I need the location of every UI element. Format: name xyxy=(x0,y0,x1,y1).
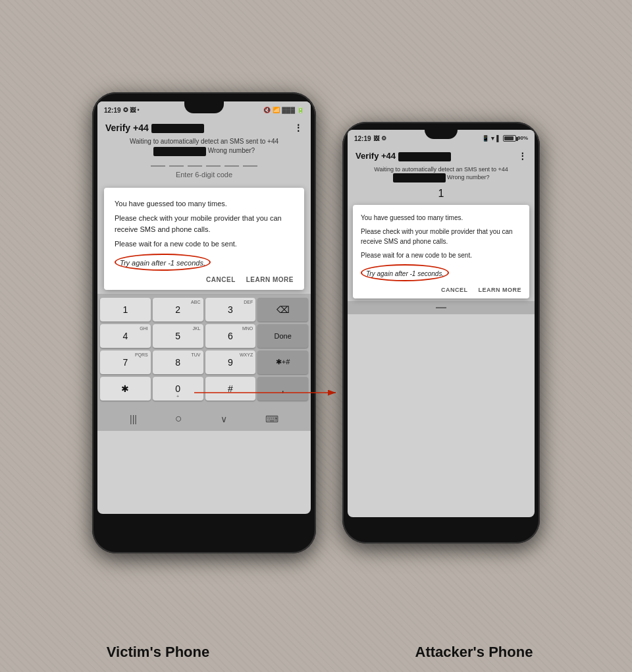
victim-dialog-line2: Please check with your mobile provider t… xyxy=(115,213,294,235)
victim-status-icons: ✪ 🖼 • xyxy=(123,107,140,113)
attacker-time: 12:19 xyxy=(354,135,371,142)
attacker-app-subtitle: Waiting to automatically detect an SMS s… xyxy=(348,165,535,187)
victim-key-5[interactable]: JKL5 xyxy=(153,324,203,348)
attacker-try-again-container: Try again after -1 seconds. xyxy=(361,264,449,281)
attacker-menu-icon[interactable]: ⋮ xyxy=(518,151,527,161)
victim-key-done[interactable]: Done xyxy=(257,324,308,348)
victim-app-title: Verify +44 xyxy=(105,123,204,133)
victim-code-dashes xyxy=(151,165,257,167)
victim-code-input-area: Enter 6-digit code xyxy=(97,160,311,184)
attacker-screen: 12:19 🖼 ⚙ 📳 ▾ ▌ 90% xyxy=(348,130,535,517)
attacker-try-again: Try again after -1 seconds. xyxy=(366,270,444,277)
attacker-vibrate-icon: 📳 xyxy=(482,135,489,142)
victim-key-9[interactable]: WXYZ9 xyxy=(205,350,256,374)
attacker-cancel-button[interactable]: CANCEL xyxy=(441,287,468,293)
victim-dialog-buttons: CANCEL LEARN MORE xyxy=(115,271,294,283)
attacker-digit-shown: 1 xyxy=(348,186,535,202)
victim-status-right: 🔇 📶 ▓▓▓ 🔋 xyxy=(263,107,304,113)
victim-menu-icon[interactable]: ⋮ xyxy=(294,123,303,133)
attacker-status-left: 12:19 🖼 ⚙ xyxy=(354,135,386,142)
attacker-status-right: 📳 ▾ ▌ 90% xyxy=(482,135,528,142)
victim-dialog-line3: Please wait for a new code to be sent. xyxy=(115,238,294,250)
victim-key-2[interactable]: ABC2 xyxy=(153,298,203,322)
victim-kb-row-2: GHI4 JKL5 MNO6 Done xyxy=(100,324,308,348)
victim-number-redacted-2 xyxy=(153,147,206,156)
victim-key-6[interactable]: MNO6 xyxy=(205,324,256,348)
captions: Victim's Phone Attacker's Phone xyxy=(0,632,632,672)
attacker-app-header: Verify +44 ⋮ xyxy=(348,146,535,165)
victim-learn-more-button[interactable]: LEARN MORE xyxy=(246,276,294,283)
victim-key-hash[interactable]: # xyxy=(205,377,256,401)
victim-key-8[interactable]: TUV8 xyxy=(153,350,203,374)
victim-key-star[interactable]: ✱ xyxy=(100,377,151,401)
victim-phone: 12:19 ✪ 🖼 • 🔇 📶 ▓▓▓ 🔋 Verify +44 xyxy=(92,92,316,553)
victim-app-content: Verify +44 ⋮ Waiting to automatically de… xyxy=(97,117,311,407)
attacker-notch xyxy=(425,130,458,139)
victim-try-again: Try again after -1 seconds. xyxy=(120,259,205,267)
victim-home-button[interactable]: ○ xyxy=(175,412,182,426)
victim-battery-icon: 🔋 xyxy=(297,107,304,113)
attacker-dialog-buttons: CANCEL LEARN MORE xyxy=(361,281,521,293)
victim-keyboard: 1 ABC2 DEF3 ⌫ GHI4 JKL5 MNO6 Done PQRS7 … xyxy=(97,294,311,407)
victim-dialog-line1: You have guessed too many times. xyxy=(115,198,294,210)
victim-time: 12:19 xyxy=(104,107,121,114)
attacker-app-content: Verify +44 ⋮ Waiting to automatically de… xyxy=(348,146,535,314)
victim-app-header: Verify +44 ⋮ xyxy=(97,117,311,137)
attacker-number-redacted-2 xyxy=(393,173,446,182)
victim-key-7[interactable]: PQRS7 xyxy=(100,350,151,374)
victim-screen: 12:19 ✪ 🖼 • 🔇 📶 ▓▓▓ 🔋 Verify +44 xyxy=(97,101,311,514)
victim-try-again-container: Try again after -1 seconds. xyxy=(115,254,211,271)
attacker-number-redacted xyxy=(398,152,451,161)
victim-key-comma[interactable]: , xyxy=(257,377,308,401)
attacker-phone: 12:19 🖼 ⚙ 📳 ▾ ▌ 90% xyxy=(342,122,540,544)
victim-key-3[interactable]: DEF3 xyxy=(205,298,256,322)
attacker-dialog-line3: Please wait for a new code to be sent. xyxy=(361,250,521,260)
scene: 12:19 ✪ 🖼 • 🔇 📶 ▓▓▓ 🔋 Verify +44 xyxy=(0,0,632,632)
victim-key-4[interactable]: GHI4 xyxy=(100,324,151,348)
victim-number-redacted xyxy=(151,124,204,133)
victim-key-special1[interactable]: ✱+# xyxy=(257,350,308,374)
victim-kb-row-4: ✱ +0 # , xyxy=(100,377,308,401)
victim-app-subtitle: Waiting to automatically detect an SMS s… xyxy=(97,137,311,159)
victim-back-button[interactable]: ||| xyxy=(130,414,137,424)
attacker-app-title: Verify +44 xyxy=(356,151,451,161)
victim-cancel-button[interactable]: CANCEL xyxy=(206,276,236,283)
victim-wifi-icon: 📶 xyxy=(273,107,280,113)
attacker-dialog-line2: Please check with your mobile provider t… xyxy=(361,227,521,246)
attacker-caption: Attacker's Phone xyxy=(316,644,632,661)
victim-kb-row-1: 1 ABC2 DEF3 ⌫ xyxy=(100,298,308,322)
attacker-battery-indicator: 90% xyxy=(503,135,528,142)
victim-key-backspace[interactable]: ⌫ xyxy=(257,298,308,322)
victim-signal-icon: ▓▓▓ xyxy=(282,107,295,113)
attacker-dialog: You have guessed too many times. Please … xyxy=(353,205,529,298)
victim-key-1[interactable]: 1 xyxy=(100,298,151,322)
attacker-signal-icon: ▌ xyxy=(496,135,500,142)
attacker-gallery-icon: 🖼 xyxy=(373,135,379,142)
victim-kb-row-3: PQRS7 TUV8 WXYZ9 ✱+# xyxy=(100,350,308,374)
victim-status-left: 12:19 ✪ 🖼 • xyxy=(104,107,140,114)
attacker-wifi-icon: ▾ xyxy=(491,135,494,142)
victim-key-0[interactable]: +0 xyxy=(153,377,203,401)
victim-nav-bar: ||| ○ ∨ ⌨ xyxy=(97,407,311,431)
attacker-home-bar: — xyxy=(348,301,535,314)
victim-code-placeholder[interactable]: Enter 6-digit code xyxy=(176,171,232,179)
victim-caption: Victim's Phone xyxy=(0,644,316,661)
victim-recent-button[interactable]: ∨ xyxy=(221,414,227,424)
attacker-dialog-line1: You have guessed too many times. xyxy=(361,213,521,223)
victim-notch xyxy=(184,101,224,113)
victim-keyboard-button[interactable]: ⌨ xyxy=(265,414,278,424)
victim-mute-icon: 🔇 xyxy=(263,107,271,113)
victim-dialog: You have guessed too many times. Please … xyxy=(104,188,304,290)
attacker-settings-icon: ⚙ xyxy=(381,135,386,142)
attacker-learn-more-button[interactable]: LEARN MORE xyxy=(479,287,522,293)
